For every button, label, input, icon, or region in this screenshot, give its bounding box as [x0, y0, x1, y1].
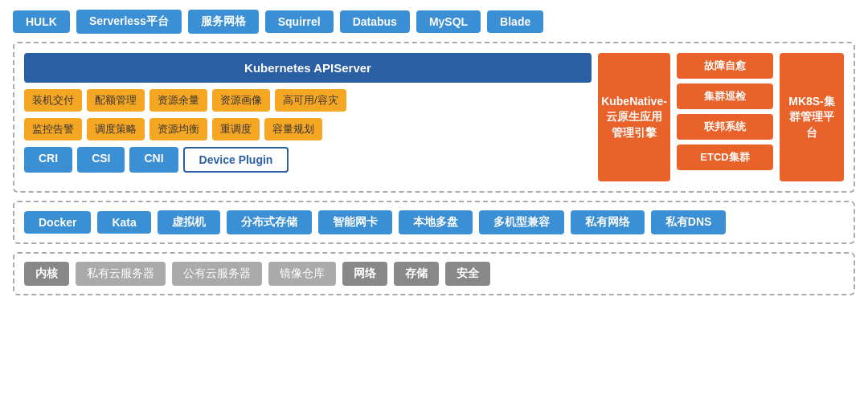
- chip-网络: 网络: [342, 262, 387, 286]
- chip-资源画像: 资源画像: [212, 89, 270, 112]
- chip-配额管理: 配额管理: [87, 89, 145, 112]
- top-bar: HULK Serverless平台 服务网格 Squirrel Databus …: [13, 10, 855, 34]
- chip-镜像仓库: 镜像仓库: [268, 262, 336, 286]
- chip-kata: Kata: [97, 211, 150, 234]
- orange-kubenative: KubeNative-云原生应用管理引擎: [598, 53, 670, 181]
- top-chip-databus: Databus: [340, 10, 410, 33]
- top-chip-serverless: Serverless平台: [76, 10, 182, 34]
- chip-容量规划: 容量规划: [264, 118, 322, 140]
- chip-etcd: ETCD集群: [677, 145, 773, 170]
- chip-私有网络: 私有网络: [571, 210, 645, 234]
- chip-存储: 存储: [394, 262, 439, 286]
- orange-mk8s: MK8S-集群管理平台: [780, 53, 844, 181]
- chip-智能网卡: 智能网卡: [318, 210, 392, 234]
- chip-装机交付: 装机交付: [24, 89, 82, 112]
- chip-集群巡检: 集群巡检: [677, 83, 773, 109]
- chip-虚拟机: 虚拟机: [158, 210, 220, 234]
- chip-联邦系统: 联邦系统: [677, 114, 773, 140]
- chip-cri: CRI: [24, 147, 72, 173]
- chip-安全: 安全: [445, 262, 490, 286]
- right-col-boxes: 故障自愈 集群巡检 联邦系统 ETCD集群: [677, 53, 773, 181]
- chip-调度策略: 调度策略: [87, 118, 145, 140]
- chip-资源均衡: 资源均衡: [149, 118, 207, 140]
- chip-cni: CNI: [129, 147, 178, 173]
- chip-分布式存储: 分布式存储: [227, 210, 312, 234]
- top-chip-hulk: HULK: [13, 10, 70, 33]
- chip-公有云服务器: 公有云服务器: [172, 262, 262, 286]
- chip-重调度: 重调度: [212, 118, 260, 140]
- chip-docker: Docker: [24, 211, 91, 234]
- k8s-row: Kubernetes APIServer 装机交付 配额管理 资源余量 资源画像…: [24, 53, 844, 181]
- chip-高可用: 高可用/容灾: [275, 89, 346, 112]
- yellow-row-1: 装机交付 配额管理 资源余量 资源画像 高可用/容灾: [24, 89, 592, 112]
- main-container: Kubernetes APIServer 装机交付 配额管理 资源余量 资源画像…: [13, 42, 855, 193]
- chip-本地多盘: 本地多盘: [399, 210, 473, 234]
- chip-csi: CSI: [77, 147, 125, 173]
- k8s-left: Kubernetes APIServer 装机交付 配额管理 资源余量 资源画像…: [24, 53, 592, 181]
- chip-监控告警: 监控告警: [24, 118, 82, 140]
- k8s-right: KubeNative-云原生应用管理引擎 故障自愈 集群巡检 联邦系统 ETCD…: [598, 53, 844, 181]
- chip-多机型兼容: 多机型兼容: [479, 210, 564, 234]
- chip-内核: 内核: [24, 262, 69, 286]
- yellow-row-2: 监控告警 调度策略 资源均衡 重调度 容量规划: [24, 118, 592, 140]
- top-chip-squirrel: Squirrel: [265, 10, 334, 33]
- bottom-container: 内核 私有云服务器 公有云服务器 镜像仓库 网络 存储 安全: [13, 252, 855, 295]
- top-chip-mesh: 服务网格: [188, 10, 259, 34]
- top-chip-blade: Blade: [487, 10, 543, 33]
- bottom-row: 内核 私有云服务器 公有云服务器 镜像仓库 网络 存储 安全: [24, 262, 844, 286]
- second-row: Docker Kata 虚拟机 分布式存储 智能网卡 本地多盘 多机型兼容 私有…: [24, 210, 844, 234]
- chip-资源余量: 资源余量: [149, 89, 207, 112]
- chip-私有dns: 私有DNS: [651, 210, 727, 234]
- top-chip-mysql: MySQL: [416, 10, 481, 33]
- second-container: Docker Kata 虚拟机 分布式存储 智能网卡 本地多盘 多机型兼容 私有…: [13, 201, 855, 244]
- blue-row: CRI CSI CNI Device Plugin: [24, 147, 592, 173]
- apiserver-bar: Kubernetes APIServer: [24, 53, 592, 83]
- chip-故障自愈: 故障自愈: [677, 53, 773, 79]
- chip-device-plugin: Device Plugin: [183, 147, 289, 173]
- chip-私有云服务器: 私有云服务器: [76, 262, 166, 286]
